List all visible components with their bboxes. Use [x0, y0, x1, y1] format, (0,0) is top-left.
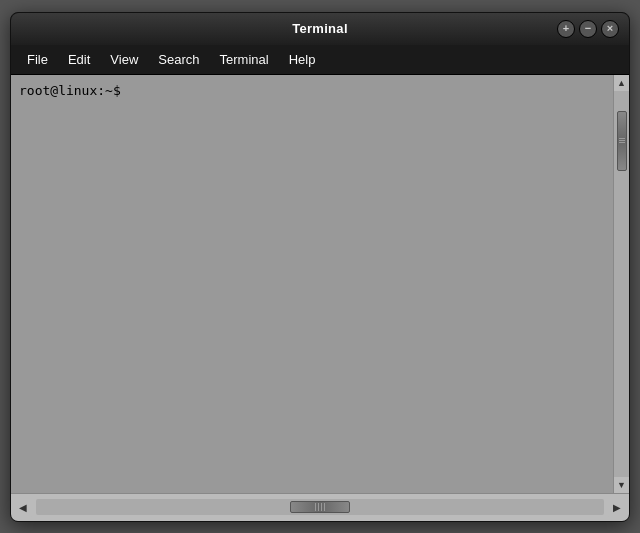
- minimize-button[interactable]: −: [579, 20, 597, 38]
- terminal-content[interactable]: root@linux:~$: [11, 75, 613, 493]
- grip-h-2: [318, 503, 319, 511]
- menu-view[interactable]: View: [102, 49, 146, 70]
- grip-h-1: [315, 503, 316, 511]
- grip-line-2: [619, 140, 625, 141]
- scroll-right-arrow[interactable]: ▶: [607, 497, 627, 517]
- scroll-left-arrow[interactable]: ◀: [13, 497, 33, 517]
- grip-h-4: [324, 503, 325, 511]
- menu-help[interactable]: Help: [281, 49, 324, 70]
- terminal-window: Terminal + − × File Edit View Search Ter…: [10, 12, 630, 522]
- terminal-prompt: root@linux:~$: [19, 83, 121, 98]
- menu-search[interactable]: Search: [150, 49, 207, 70]
- vertical-scrollbar: ▲ ▼: [613, 75, 629, 493]
- terminal-area: root@linux:~$ ▲ ▼: [11, 75, 629, 493]
- scroll-track-vertical[interactable]: [614, 91, 629, 477]
- window-controls: + − ×: [557, 20, 619, 38]
- scroll-up-arrow[interactable]: ▲: [614, 75, 630, 91]
- menu-file[interactable]: File: [19, 49, 56, 70]
- scroll-down-arrow[interactable]: ▼: [614, 477, 630, 493]
- horizontal-scrollbar-bar: ◀ ▶: [11, 493, 629, 521]
- menu-terminal[interactable]: Terminal: [212, 49, 277, 70]
- grip-h-3: [321, 503, 322, 511]
- scroll-thumb-horizontal[interactable]: [290, 501, 350, 513]
- grip-line-1: [619, 138, 625, 139]
- scroll-track-horizontal[interactable]: [36, 499, 604, 515]
- add-button[interactable]: +: [557, 20, 575, 38]
- title-bar: Terminal + − ×: [11, 13, 629, 45]
- menu-bar: File Edit View Search Terminal Help: [11, 45, 629, 75]
- window-title: Terminal: [292, 21, 348, 36]
- scroll-thumb-vertical[interactable]: [617, 111, 627, 171]
- menu-edit[interactable]: Edit: [60, 49, 98, 70]
- close-button[interactable]: ×: [601, 20, 619, 38]
- grip-line-3: [619, 142, 625, 143]
